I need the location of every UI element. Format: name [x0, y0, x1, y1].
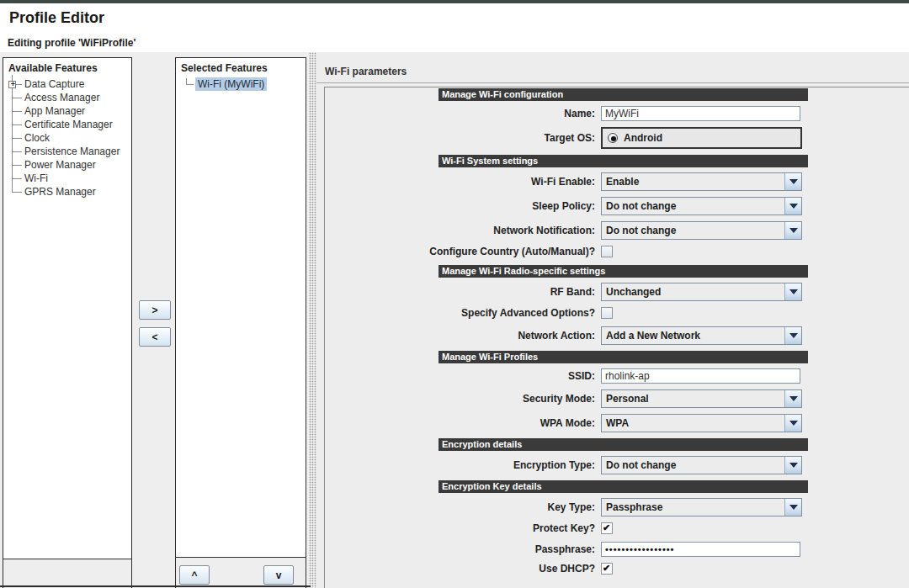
form-row: Target OS:Android — [325, 127, 909, 149]
tree-connector — [12, 111, 22, 112]
tree-item-label[interactable]: Certificate Manager — [24, 119, 113, 130]
key-type-select[interactable]: Passphrase — [601, 498, 802, 516]
selected-features-tree[interactable]: Selected Features Wi-Fi (MyWiFi) — [176, 57, 306, 558]
passphrase-input[interactable] — [601, 542, 800, 557]
security-mode-selected-value: Personal — [602, 393, 784, 405]
wpa-mode-label: WPA Mode: — [325, 417, 601, 429]
network-action-select[interactable]: Add a New Network — [601, 326, 802, 345]
sleep-policy-selected-value: Do not change — [602, 200, 784, 212]
tree-connector — [12, 165, 22, 166]
dropdown-button[interactable] — [784, 457, 801, 474]
profile-editor-window: Profile Editor Editing profile 'WiFiProf… — [0, 0, 909, 588]
dropdown-button[interactable] — [784, 415, 801, 432]
section-header: Encryption Key details — [439, 480, 808, 493]
chevron-down-icon — [789, 228, 798, 233]
tree-item-label[interactable]: Access Manager — [24, 92, 99, 103]
form-row: Name: — [325, 106, 909, 121]
dropdown-button[interactable] — [784, 222, 801, 239]
form-row: Wi-Fi Enable:Enable — [325, 172, 909, 191]
tree-item-label[interactable]: App Manager — [24, 105, 85, 117]
sleep-policy-select[interactable]: Do not change — [601, 197, 802, 215]
target-os-radio[interactable] — [608, 133, 618, 143]
form-row: RF Band:Unchanged — [325, 283, 909, 301]
selected-feature-label[interactable]: Wi-Fi (MyWiFi) — [195, 77, 267, 91]
rf-band-selected-value: Unchanged — [602, 286, 784, 298]
dropdown-button[interactable] — [784, 283, 801, 300]
configure-country-checkbox[interactable] — [601, 246, 613, 257]
available-features-panel: Available Features Data CaptureAccess Ma… — [3, 57, 132, 588]
tree-item-label[interactable]: Power Manager — [24, 159, 96, 171]
target-os-radio-label: Android — [624, 132, 662, 144]
add-feature-button[interactable]: > — [139, 300, 171, 320]
security-mode-label: Security Mode: — [325, 393, 601, 405]
tree-item-label[interactable]: Clock — [24, 132, 50, 144]
use-dhcp-checkbox[interactable] — [601, 563, 613, 575]
tree-item: Clock — [3, 131, 131, 145]
name-label: Name: — [325, 108, 601, 119]
tree-connector — [12, 151, 22, 152]
panel-title: Wi-Fi parameters — [325, 66, 407, 77]
tree-connector — [12, 178, 22, 179]
dropdown-button[interactable] — [784, 173, 801, 190]
dropdown-button[interactable] — [784, 327, 801, 344]
wifi-enable-select[interactable]: Enable — [601, 172, 802, 191]
network-notification-select[interactable]: Do not change — [601, 221, 802, 240]
available-features-tree[interactable]: Available Features Data CaptureAccess Ma… — [3, 57, 131, 559]
remove-feature-button[interactable]: < — [139, 327, 171, 347]
tree-item: Power Manager — [3, 158, 131, 172]
advanced-options-label: Specify Advanced Options? — [325, 307, 601, 319]
dropdown-button[interactable] — [784, 390, 801, 407]
dropdown-button[interactable] — [784, 198, 801, 215]
panel-separator — [316, 82, 909, 83]
chevron-down-icon — [789, 179, 798, 184]
wpa-mode-select[interactable]: WPA — [601, 414, 802, 432]
header: Profile Editor Editing profile 'WiFiProf… — [0, 3, 909, 52]
rf-band-label: RF Band: — [325, 286, 601, 298]
protect-key-checkbox[interactable] — [601, 522, 613, 534]
tree-item: Data Capture — [3, 77, 131, 91]
tree-item-label[interactable]: GPRS Manager — [24, 186, 96, 198]
tree-item: Wi-Fi (MyWiFi) — [176, 77, 306, 91]
rf-band-select[interactable]: Unchanged — [601, 283, 802, 301]
dropdown-button[interactable] — [784, 499, 801, 516]
name-input[interactable] — [601, 106, 800, 121]
tree-item: Access Manager — [3, 91, 131, 104]
chevron-down-icon — [789, 289, 798, 294]
section-header: Manage Wi-Fi Profiles — [439, 351, 808, 363]
tree-item-label[interactable]: Data Capture — [24, 78, 84, 90]
tree-item: GPRS Manager — [3, 185, 131, 199]
move-up-button[interactable]: ^ — [179, 565, 210, 585]
tree-connector — [12, 124, 22, 125]
form-row: WPA Mode:WPA — [325, 414, 909, 432]
chevron-down-icon — [789, 204, 798, 209]
tree-item-label[interactable]: Persistence Manager — [24, 146, 120, 157]
move-down-button[interactable]: v — [263, 565, 294, 585]
protect-key-label: Protect Key? — [325, 522, 601, 534]
ssid-input[interactable] — [601, 368, 800, 384]
expand-icon[interactable] — [8, 81, 16, 88]
form-row: Protect Key? — [325, 522, 909, 534]
tree-item: Persistence Manager — [3, 145, 131, 158]
selected-features-root: Selected Features — [176, 58, 306, 77]
network-action-label: Network Action: — [325, 330, 601, 342]
security-mode-select[interactable]: Personal — [601, 389, 802, 408]
target-os-label: Target OS: — [325, 132, 601, 144]
page-title: Profile Editor — [9, 9, 104, 27]
form-row: Use DHCP? — [325, 563, 909, 575]
key-type-selected-value: Passphrase — [602, 501, 784, 513]
form-row: Key Type:Passphrase — [325, 498, 909, 516]
passphrase-label: Passphrase: — [325, 543, 601, 555]
section-header: Manage Wi-Fi Radio-specific settings — [439, 265, 808, 278]
advanced-options-checkbox[interactable] — [601, 307, 613, 319]
tree-item-label[interactable]: Wi-Fi — [24, 172, 48, 184]
sleep-policy-label: Sleep Policy: — [325, 200, 601, 212]
wpa-mode-selected-value: WPA — [602, 417, 784, 429]
form-row: Configure Country (Auto/Manual)? — [325, 246, 909, 257]
network-action-selected-value: Add a New Network — [602, 330, 784, 342]
encryption-type-select[interactable]: Do not change — [601, 456, 802, 474]
panel-bottom-border — [0, 585, 311, 587]
editing-profile-label: Editing profile 'WiFiProfile' — [8, 37, 136, 49]
wifi-enable-selected-value: Enable — [602, 176, 784, 188]
wifi-parameters-panel: Wi-Fi parameters Manage Wi-Fi configurat… — [316, 52, 909, 588]
split-divider[interactable] — [309, 52, 316, 588]
